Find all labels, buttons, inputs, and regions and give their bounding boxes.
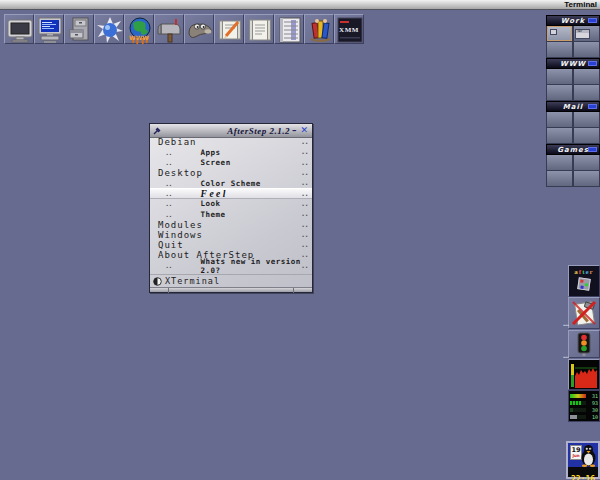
wharf-spreadsheet-button[interactable] (274, 14, 304, 44)
top-wharf: WWW (4, 14, 364, 44)
afterstep-logo-letters: after (569, 268, 599, 276)
wharf-browser-button[interactable] (94, 14, 124, 44)
pager-viewports: Ter (546, 26, 600, 58)
wharf-xterm-button[interactable] (4, 14, 34, 44)
pager-desk-www: WWW (546, 58, 600, 101)
wharf-books-button[interactable] (304, 14, 334, 44)
pager-desk-title[interactable]: Work (546, 15, 600, 26)
menu-item-theme[interactable]: ..Theme.. (150, 209, 312, 219)
computer-terminal-icon (35, 15, 65, 45)
wharf-afterstep-button[interactable]: after (568, 265, 600, 297)
pager-viewport-cell[interactable] (573, 155, 600, 171)
wharf-filemanager-button[interactable] (64, 14, 94, 44)
pager-desk-mail: Mail (546, 101, 600, 144)
submenu-dots-right: .. (302, 138, 312, 146)
menu-item-desktop[interactable]: Desktop.. (150, 168, 312, 178)
wharf-system-monitor[interactable]: 31933010 (568, 390, 600, 422)
pager-desk-button[interactable] (588, 147, 597, 152)
pager-viewport-cell[interactable] (573, 42, 600, 58)
www-globe-icon (125, 15, 155, 45)
menu-item-list: Debian....Apps....Screen..Desktop....Col… (150, 137, 312, 271)
pager-viewport-cell[interactable] (573, 85, 600, 101)
menu-item-whats-new-in-version-2-0-[interactable]: ..Whats new in version 2.0?.. (150, 261, 312, 271)
menu-item-label: Color Scheme (201, 179, 261, 188)
menu-item-windows[interactable]: Windows.. (150, 230, 312, 240)
submenu-dots-right: .. (302, 251, 312, 259)
submenu-dots-left: .. (166, 149, 173, 156)
pager-viewport-cell[interactable] (546, 128, 573, 144)
xterminal-ball-icon (153, 277, 162, 286)
pager-viewport-cell[interactable] (546, 155, 573, 171)
pager-desk-button[interactable] (588, 18, 597, 23)
menu-item-modules[interactable]: Modules.. (150, 219, 312, 229)
menu-item-label: Whats new in version 2.0? (201, 257, 302, 275)
pager-viewport-cell[interactable] (546, 26, 573, 42)
pager-mini-window[interactable]: Ter (575, 29, 590, 39)
pager-desk-title[interactable]: WWW (546, 58, 600, 69)
monitor-bar (570, 401, 586, 405)
wharf-tools-button[interactable] (568, 297, 600, 329)
menu-pin-icon (153, 127, 161, 135)
wharf-clock-button[interactable]: 19 Jun 22:16 (566, 441, 600, 479)
submenu-dots-right: .. (302, 231, 312, 239)
desktop[interactable]: Terminal (0, 0, 600, 480)
wharf-console-button[interactable] (34, 14, 64, 44)
cube-pip (580, 279, 583, 282)
menu-item-feel[interactable]: ..Feel.. (150, 188, 312, 198)
wharf-folder-dots: … (563, 354, 570, 358)
afterstep-menu-window: AfterStep 2.1.2 – ✕ Debian....Apps....Sc… (149, 123, 313, 293)
pager-viewport-cell[interactable] (546, 69, 573, 85)
winlist-terminal-button[interactable]: Terminal (561, 0, 600, 9)
monitor-value: 31 (587, 393, 598, 399)
pager-viewport-cell[interactable]: Ter (573, 26, 600, 42)
submenu-dots-right: .. (302, 200, 312, 208)
wharf-viewer-button[interactable] (244, 14, 274, 44)
submenu-dots-left: .. (166, 190, 173, 197)
menu-item-quit[interactable]: Quit.. (150, 240, 312, 250)
monitor-row: 93 (570, 400, 598, 406)
pager-desk-button[interactable] (588, 61, 597, 66)
menu-title: AfterStep 2.1.2 (227, 126, 290, 136)
pager-viewport-cell[interactable] (573, 112, 600, 128)
xmms-icon (335, 15, 365, 45)
submenu-dots-right: .. (302, 169, 312, 177)
submenu-dots-left: .. (166, 211, 173, 218)
menu-titlebar[interactable]: AfterStep 2.1.2 – ✕ (150, 124, 312, 138)
pager-viewport-cell[interactable] (573, 171, 600, 187)
wharf-editor-button[interactable] (214, 14, 244, 44)
monitor-bar-fill (570, 401, 581, 405)
pager-desk-title[interactable]: Mail (546, 101, 600, 112)
pager-viewport-cell[interactable] (573, 128, 600, 144)
menu-item-look[interactable]: ..Look.. (150, 199, 312, 209)
cube-pip (585, 283, 588, 286)
menu-item-color-scheme[interactable]: ..Color Scheme.. (150, 178, 312, 188)
pager-mini-window-title: Ter (576, 30, 589, 33)
pager-viewport-cell[interactable] (546, 171, 573, 187)
menu-resize-handle[interactable] (150, 287, 312, 292)
resize-notch (168, 288, 169, 293)
minimize-button[interactable]: – (290, 125, 299, 136)
pager-mini-icon[interactable] (550, 29, 557, 35)
pager-viewport-cell[interactable] (573, 69, 600, 85)
menu-footer-label: XTerminal (165, 276, 220, 286)
wharf-gimp-button[interactable] (184, 14, 214, 44)
pager-viewport-cell[interactable] (546, 112, 573, 128)
close-button[interactable]: ✕ (298, 125, 310, 136)
wharf-www-button[interactable]: WWW (124, 14, 154, 44)
pager-desk-button[interactable] (588, 104, 597, 109)
menu-item-screen[interactable]: ..Screen.. (150, 158, 312, 168)
pager-desk-label: Work (561, 17, 585, 25)
pager-desk-title[interactable]: Games (546, 144, 600, 155)
books-icon (305, 15, 335, 45)
wharf-trafficlight-button[interactable] (568, 330, 600, 358)
menu-item-debian[interactable]: Debian.. (150, 137, 312, 147)
pager-viewport-cell[interactable] (546, 42, 573, 58)
wharf-load-monitor[interactable] (568, 359, 600, 390)
monitor-value: 10 (587, 414, 598, 420)
menu-item-xterminal[interactable]: XTerminal (150, 274, 312, 287)
wharf-mail-button[interactable] (154, 14, 184, 44)
submenu-dots-left: .. (166, 262, 173, 269)
menu-item-apps[interactable]: ..Apps.. (150, 147, 312, 157)
pager-viewport-cell[interactable] (546, 85, 573, 101)
wharf-xmms-button[interactable]: XMM (334, 14, 364, 44)
